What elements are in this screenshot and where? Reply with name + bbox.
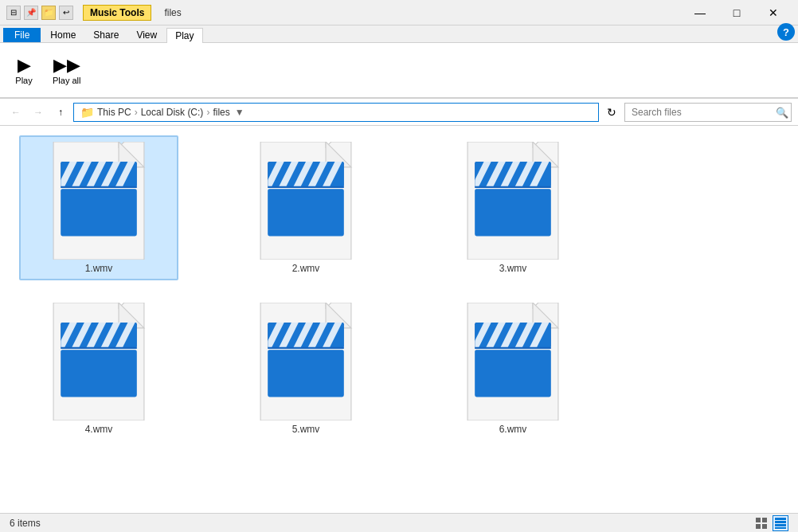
home-tab[interactable]: Home: [42, 28, 84, 42]
wmv-file-icon: [51, 142, 147, 260]
details-view-button[interactable]: [773, 515, 788, 531]
file-label: 5.wmv: [292, 424, 320, 435]
ribbon-spacer: [205, 39, 221, 42]
wmv-file-icon: [465, 303, 561, 421]
ribbon-tabs-row: File Home Share View Play ?: [0, 25, 798, 43]
file-label: 2.wmv: [292, 263, 320, 274]
svg-rect-51: [61, 350, 137, 397]
minimize-button[interactable]: —: [682, 0, 718, 25]
search-wrap: 🔍: [624, 103, 792, 122]
help-button[interactable]: ?: [777, 23, 795, 41]
maximize-button[interactable]: □: [718, 0, 755, 25]
wmv-file-icon: [258, 142, 354, 260]
svg-rect-78: [756, 518, 761, 522]
svg-rect-82: [775, 518, 786, 520]
system-menu-icon[interactable]: ⊟: [6, 6, 21, 20]
folder-icon[interactable]: 📁: [41, 6, 56, 20]
svg-rect-85: [775, 527, 786, 529]
path-thispc[interactable]: This PC: [97, 107, 131, 118]
wmv-file-icon: [465, 142, 561, 260]
file-item[interactable]: 4.wmv: [19, 296, 178, 441]
play-all-button[interactable]: ▶▶ Play all: [46, 52, 87, 88]
file-label: 3.wmv: [499, 263, 527, 274]
play-all-icon: ▶▶: [53, 55, 80, 76]
file-item[interactable]: 1.wmv: [19, 135, 178, 280]
item-count: 6 items: [10, 518, 41, 529]
file-label: 4.wmv: [85, 424, 113, 435]
title-controls: — □ ✕: [682, 0, 792, 25]
refresh-button[interactable]: ↻: [602, 103, 621, 122]
svg-rect-83: [775, 521, 786, 523]
file-item[interactable]: 6.wmv: [433, 296, 593, 441]
address-bar: ← → ↑ 📁 This PC › Local Disk (C:) › file…: [0, 99, 798, 126]
search-input[interactable]: [624, 103, 792, 122]
svg-rect-81: [762, 524, 767, 529]
svg-rect-84: [775, 524, 786, 526]
status-right: [753, 515, 788, 531]
svg-rect-77: [475, 350, 551, 397]
file-item[interactable]: 2.wmv: [226, 135, 385, 280]
window-title: files: [164, 7, 181, 18]
address-path[interactable]: 📁 This PC › Local Disk (C:) › files ▼: [73, 103, 599, 122]
svg-rect-25: [268, 189, 344, 236]
play-tab[interactable]: Play: [166, 28, 202, 43]
file-label: 1.wmv: [85, 263, 113, 274]
status-bar: 6 items: [0, 513, 798, 532]
search-button[interactable]: 🔍: [776, 106, 788, 118]
play-icon: ▶: [18, 55, 31, 76]
ribbon-tab-row: Music Tools files: [83, 5, 182, 21]
close-button[interactable]: ✕: [755, 0, 792, 25]
svg-rect-64: [268, 350, 344, 397]
undo-icon[interactable]: ↩: [59, 6, 73, 20]
svg-rect-79: [762, 518, 767, 522]
path-dropdown-icon[interactable]: ▼: [233, 103, 246, 122]
path-sep-1: ›: [135, 107, 138, 118]
music-tools-tab-title: Music Tools: [83, 5, 151, 21]
file-area: 1.wmv 2.wmv: [0, 126, 798, 513]
up-button[interactable]: ↑: [51, 103, 70, 122]
large-icons-icon: [756, 518, 767, 529]
path-folder-icon: 📁: [80, 106, 94, 119]
path-localdisk[interactable]: Local Disk (C:): [141, 107, 204, 118]
ribbon-content: ▶ Play ▶▶ Play all: [0, 43, 798, 99]
file-item[interactable]: 3.wmv: [433, 135, 593, 280]
svg-rect-38: [475, 189, 551, 236]
file-label: 6.wmv: [499, 424, 527, 435]
wmv-file-icon: [258, 303, 354, 421]
file-grid: 1.wmv 2.wmv: [19, 135, 779, 441]
details-icon: [775, 518, 786, 529]
title-bar-icons: ⊟ 📌 📁 ↩: [6, 6, 73, 20]
back-button[interactable]: ←: [6, 103, 25, 122]
file-tab[interactable]: File: [3, 28, 41, 42]
wmv-file-icon: [51, 303, 147, 421]
view-tab[interactable]: View: [128, 28, 165, 42]
title-bar: ⊟ 📌 📁 ↩ Music Tools files — □ ✕: [0, 0, 798, 25]
svg-rect-80: [756, 524, 761, 529]
play-button[interactable]: ▶ Play: [6, 52, 41, 88]
share-tab[interactable]: Share: [85, 28, 127, 42]
path-files[interactable]: files: [213, 107, 229, 118]
quick-access-icon[interactable]: 📌: [24, 6, 38, 20]
svg-rect-12: [61, 189, 137, 236]
forward-button[interactable]: →: [29, 103, 48, 122]
path-sep-2: ›: [206, 107, 209, 118]
large-icons-view-button[interactable]: [753, 515, 769, 531]
file-item[interactable]: 5.wmv: [226, 296, 385, 441]
ribbon-buttons: ▶ Play ▶▶ Play all: [6, 52, 87, 88]
